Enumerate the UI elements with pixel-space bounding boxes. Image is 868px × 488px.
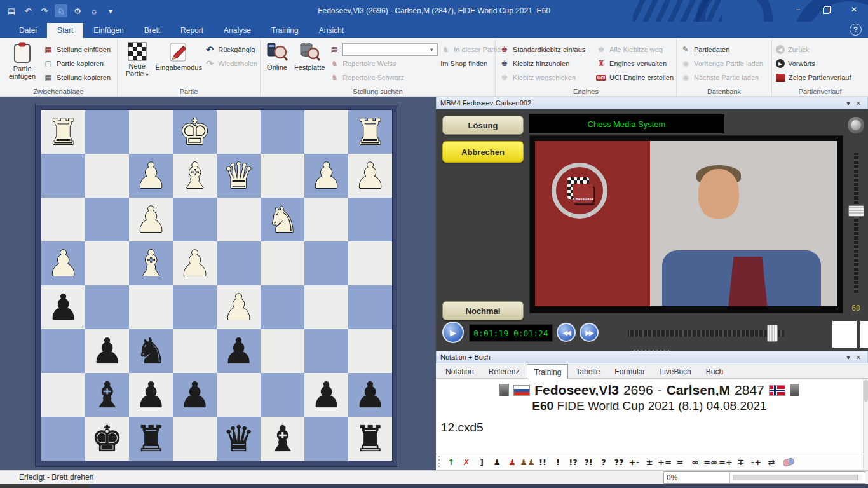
white-pawn[interactable]: ♟ — [41, 241, 85, 285]
partie-einfuegen-button[interactable]: Partie einfügen — [4, 41, 41, 86]
seek-handle[interactable] — [767, 325, 778, 342]
board-square[interactable] — [217, 241, 261, 285]
symbol-dubious[interactable]: ?! — [581, 458, 596, 467]
partiedaten-button[interactable]: Partiedaten — [681, 43, 763, 56]
seek-bar[interactable] — [621, 328, 790, 339]
board-square[interactable] — [173, 329, 217, 373]
stellung-kopieren-button[interactable]: Stellung kopieren — [43, 71, 111, 84]
white-rook[interactable]: ♜ — [348, 110, 392, 154]
solution-button[interactable]: Lösung — [442, 116, 524, 135]
volume-slider-handle[interactable] — [848, 205, 864, 217]
board-square[interactable] — [173, 417, 217, 461]
board-square[interactable] — [261, 329, 304, 373]
save-icon[interactable]: ▤ — [5, 4, 18, 17]
board-square[interactable] — [85, 198, 129, 241]
undo-icon[interactable]: ↶ — [22, 4, 34, 17]
vorherige-partie-button[interactable]: Vorherige Partie laden — [681, 57, 763, 70]
board-square[interactable] — [41, 417, 85, 461]
board-square[interactable] — [85, 154, 129, 198]
video-panel-header[interactable]: MBM4 Fedoseev-Carlsen002 ▾ ✕ — [436, 97, 868, 109]
board-square[interactable]: ♚ — [173, 110, 217, 154]
menu-tab-datei[interactable]: Datei — [9, 23, 47, 38]
scrollbar-thumb[interactable] — [864, 380, 868, 402]
board-square[interactable] — [173, 198, 217, 241]
board-square[interactable] — [304, 329, 348, 373]
board-square[interactable] — [41, 329, 85, 373]
board-square[interactable]: ♝ — [173, 154, 217, 198]
menu-tab-einfügen[interactable]: Einfügen — [83, 23, 133, 38]
symbol-equal[interactable]: = — [672, 458, 688, 467]
board-square[interactable] — [41, 198, 85, 241]
white-bishop[interactable]: ♝ — [129, 241, 173, 285]
standardkiebitz-button[interactable]: Standardkiebitz ein/aus — [499, 43, 593, 56]
speaker-knob-icon[interactable] — [848, 117, 864, 133]
engines-verwalten-button[interactable]: Engines verwalten — [596, 57, 674, 70]
notation-tab-referenz[interactable]: Referenz — [482, 364, 527, 378]
zurueck-button[interactable]: Zurück — [776, 43, 851, 56]
white-queen[interactable]: ♛ — [217, 154, 261, 198]
black-pawn[interactable]: ♟ — [304, 373, 348, 417]
symbol-good[interactable]: ! — [550, 458, 566, 467]
board-square[interactable]: ♚ — [85, 417, 129, 461]
board-square[interactable]: ♟ — [173, 373, 217, 417]
board-square[interactable] — [261, 110, 304, 154]
panel-collapse-icon[interactable]: ▾ — [843, 100, 853, 107]
volume-slider[interactable] — [851, 147, 861, 300]
board-square[interactable] — [304, 110, 348, 154]
board-square[interactable]: ♟ — [85, 329, 129, 373]
online-suche-button[interactable]: Online — [264, 41, 290, 86]
black-piece-annotation-icon[interactable]: ♟ — [489, 458, 505, 467]
white-pawn[interactable]: ♟ — [304, 154, 348, 198]
redo-icon[interactable]: ↷ — [38, 4, 51, 17]
symbol-white-better[interactable]: ± — [642, 458, 657, 467]
notation-tab-notation[interactable]: Notation — [438, 364, 481, 378]
board-square[interactable]: ♟ — [41, 285, 85, 329]
menu-tab-ansicht[interactable]: Ansicht — [309, 23, 354, 38]
board-square[interactable] — [261, 241, 304, 285]
kiebitz-wegschicken-button[interactable]: Kiebitz wegschicken — [499, 71, 593, 84]
black-rook[interactable]: ♜ — [129, 417, 173, 461]
board-square[interactable]: ♟ — [129, 373, 173, 417]
white-pawn[interactable]: ♟ — [173, 241, 217, 285]
naechste-partie-button[interactable]: Nächste Partie laden — [681, 71, 763, 84]
notation-tab-buch[interactable]: Buch — [699, 364, 730, 378]
white-rook[interactable]: ♜ — [41, 110, 85, 154]
toolbar-drag-handle[interactable] — [437, 456, 441, 469]
help-button[interactable]: ? — [850, 24, 862, 36]
board-square[interactable] — [217, 110, 261, 154]
board-square[interactable]: ♟ — [304, 154, 348, 198]
board-square[interactable]: ♟ — [348, 373, 392, 417]
board-square[interactable] — [261, 373, 304, 417]
restore-button[interactable] — [812, 0, 840, 19]
cancel-button[interactable]: Abbrechen — [442, 141, 524, 163]
festplatte-suche-button[interactable]: Festplatte — [292, 41, 327, 86]
black-pawn[interactable]: ♟ — [217, 329, 261, 373]
board-square[interactable]: ♟ — [41, 241, 85, 285]
menu-tab-start[interactable]: Start — [47, 23, 83, 38]
eraser-icon[interactable] — [782, 457, 796, 467]
rueckgaengig-button[interactable]: Rückgängig — [205, 43, 257, 56]
lightbulb-icon[interactable]: ☼ — [88, 4, 100, 17]
board-square[interactable]: ♛ — [217, 417, 261, 461]
splitter-handle[interactable] — [634, 349, 672, 353]
notation-tab-tabelle[interactable]: Tabelle — [569, 364, 607, 378]
notation-scrollbar[interactable] — [863, 379, 868, 470]
black-bishop[interactable]: ♝ — [261, 417, 304, 461]
zeige-partienverlauf-button[interactable]: Zeige Partienverlauf — [776, 71, 851, 84]
pieces-annotation-icon[interactable]: ♟♟ — [520, 458, 535, 467]
menu-tab-analyse[interactable]: Analyse — [214, 23, 261, 38]
symbol-black-better[interactable]: ∓ — [733, 458, 749, 467]
white-bishop[interactable]: ♝ — [173, 154, 217, 198]
neue-partie-button[interactable]: Neue Partie ▾ — [121, 41, 153, 86]
menu-tab-report[interactable]: Report — [170, 23, 214, 38]
current-move[interactable]: 12.cxd5 — [441, 421, 484, 435]
black-knight[interactable]: ♞ — [129, 329, 173, 373]
board-square[interactable]: ♟ — [304, 373, 348, 417]
board-square[interactable]: ♜ — [348, 110, 392, 154]
menu-tab-training[interactable]: Training — [261, 23, 309, 38]
vorwaerts-button[interactable]: Vorwärts — [776, 57, 851, 70]
notation-panel-header[interactable]: Notation + Buch ▾ ✕ — [436, 351, 868, 363]
chess-board[interactable]: ♜♚♜♟♝♛♟♟♟♞♟♝♟♟♟♟♞♟♝♟♟♟♟♚♜♛♝♜ — [41, 109, 393, 461]
white-pawn[interactable]: ♟ — [129, 154, 173, 198]
symbol-unclear[interactable]: ∞ — [688, 458, 703, 467]
